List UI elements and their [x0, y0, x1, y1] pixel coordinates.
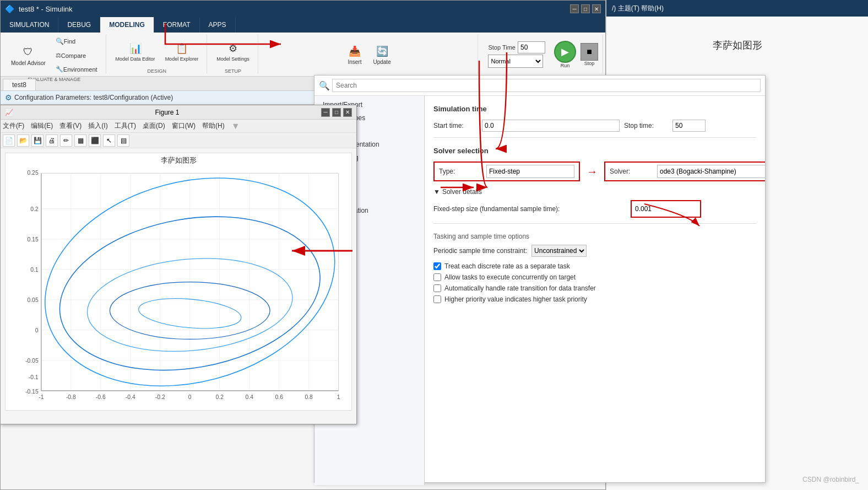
menu-file[interactable]: 文件(F) — [3, 121, 24, 131]
checkbox-row-0: Treat each discrete rate as a separate t… — [433, 262, 756, 270]
config-main: Simulation time Start time: Stop time: S… — [425, 96, 765, 485]
svg-text:-0.4: -0.4 — [126, 394, 135, 400]
svg-text:-0.6: -0.6 — [96, 394, 106, 400]
solver-row: Type: → Solver: — [433, 161, 756, 181]
search-input[interactable] — [332, 79, 761, 92]
right-panel-menu: /) 主题(T) 帮助(H) — [612, 4, 664, 13]
solver-details: ▼ Solver details Fixed-step size (fundam… — [433, 188, 756, 218]
find-button[interactable]: 🔍 Find — [52, 35, 101, 48]
tasking-title: Tasking and sample time options — [433, 233, 756, 240]
stop-time-label: Stop Time — [488, 44, 516, 51]
solver-details-label: Solver details — [442, 188, 482, 196]
figure-toolbar: 📄 📂 💾 🖨 ✏ ▦ ⬛ ↖ ▤ — [1, 133, 356, 148]
menu-window[interactable]: 窗口(W) — [172, 121, 196, 131]
print-btn[interactable]: 🖨 — [46, 134, 58, 147]
checkbox-row-1: Allow tasks to execute concurrently on t… — [433, 273, 756, 281]
maximize-button[interactable]: □ — [581, 4, 590, 13]
checkbox-2[interactable] — [433, 284, 441, 292]
tab-format[interactable]: FORMAT — [154, 17, 200, 33]
menu-help[interactable]: 帮助(H) — [202, 121, 225, 131]
open-file-btn[interactable]: 📂 — [17, 134, 29, 147]
stop-button[interactable]: ■ — [581, 43, 598, 61]
tab-simulation[interactable]: SIMULATION — [1, 17, 58, 33]
update-button[interactable]: 🔄 Update — [369, 41, 394, 68]
svg-text:0.6: 0.6 — [275, 394, 283, 400]
layout-btn[interactable]: ⬛ — [89, 134, 101, 147]
model-advisor-button[interactable]: 🛡 Model Advisor — [7, 42, 50, 69]
svg-text:0.15: 0.15 — [27, 236, 38, 243]
fixed-step-label: Fixed-step size (fundamental sample time… — [433, 205, 626, 213]
type-input[interactable] — [486, 165, 574, 178]
title-bar: 🔷 test8 * - Simulink ─ □ ✕ — [1, 1, 605, 17]
cursor-btn[interactable]: ↖ — [103, 134, 115, 147]
design-group: 📊 Model Data Editor 📋 Model Explorer DES… — [107, 35, 208, 74]
run-button[interactable]: ▶ — [554, 41, 576, 63]
model-data-editor-button[interactable]: 📊 Model Data Editor — [112, 38, 159, 64]
figure-minimize-button[interactable]: ─ — [321, 108, 330, 117]
tab-apps[interactable]: APPS — [200, 17, 236, 33]
config-panel: 🔍 Import/Export nd Data Types stics are … — [314, 75, 766, 483]
grid-toggle-btn[interactable]: ▦ — [74, 134, 86, 147]
stop-time-label-config: Stop time: — [624, 122, 668, 130]
model-data-editor-icon: 📊 — [128, 41, 143, 56]
start-time-input[interactable] — [482, 120, 620, 132]
stop-time-input-config[interactable] — [672, 120, 706, 132]
plot-canvas: 0.25 0.2 0.15 0.1 0.05 0 -0.05 -0.1 -0.1… — [6, 168, 351, 408]
figure-window: 📈 Figure 1 ─ □ ✕ 文件(F) 编辑(E) 查看(V) 插入(I)… — [0, 105, 357, 424]
svg-text:-0.05: -0.05 — [25, 358, 39, 364]
menu-view[interactable]: 查看(V) — [59, 121, 82, 131]
normal-select[interactable]: Normal — [488, 55, 543, 68]
fixed-step-input[interactable] — [633, 202, 699, 216]
menu-tools[interactable]: 工具(T) — [115, 121, 136, 131]
minimize-button[interactable]: ─ — [570, 4, 579, 13]
checkbox-label-0: Treat each discrete rate as a separate t… — [444, 262, 570, 270]
insert-button[interactable]: 📥 Insert — [342, 41, 367, 68]
type-label: Type: — [439, 168, 483, 175]
solver-name-input[interactable] — [657, 165, 765, 178]
right-panel-header: /) 主题(T) 帮助(H) — [606, 0, 868, 17]
svg-text:0.25: 0.25 — [27, 170, 38, 176]
new-file-btn[interactable]: 📄 — [3, 134, 15, 147]
svg-text:0: 0 — [35, 327, 39, 333]
table-btn[interactable]: ▤ — [117, 134, 129, 147]
checkbox-0[interactable] — [433, 262, 441, 270]
figure-close-button[interactable]: ✕ — [343, 108, 352, 117]
edit-btn[interactable]: ✏ — [60, 134, 72, 147]
tab-debug[interactable]: DEBUG — [58, 17, 100, 33]
tab-modeling[interactable]: MODELING — [100, 17, 154, 33]
svg-text:0.05: 0.05 — [27, 297, 38, 303]
svg-text:-0.2: -0.2 — [155, 394, 165, 400]
menu-edit[interactable]: 编辑(E) — [31, 121, 53, 131]
stop-time-input[interactable] — [518, 41, 545, 53]
save-btn[interactable]: 💾 — [31, 134, 44, 147]
periodic-label: Periodic sample time constraint: — [433, 247, 527, 255]
simulation-time-row: Start time: Stop time: — [433, 120, 756, 132]
figure-maximize-button[interactable]: □ — [332, 108, 341, 117]
run-section: Stop Time Normal ▶ Run ■ Stop — [479, 35, 603, 74]
solver-type-box: Type: — [433, 161, 580, 181]
model-settings-button[interactable]: ⚙ Model Settings — [213, 38, 253, 64]
compare-button[interactable]: ⚖ Compare — [52, 49, 101, 62]
checkbox-3[interactable] — [433, 295, 441, 303]
checkbox-label-3: Higher priority value indicates higher t… — [444, 295, 587, 303]
menu-insert[interactable]: 插入(I) — [88, 121, 107, 131]
menu-desktop[interactable]: 桌面(D) — [143, 121, 165, 131]
close-button[interactable]: ✕ — [592, 4, 601, 13]
stop-time-section: Stop Time Normal — [484, 39, 550, 70]
checkbox-label-2: Automatically handle rate transition for… — [444, 284, 596, 292]
periodic-select[interactable]: Unconstrained — [531, 245, 587, 257]
fixed-step-input-box — [631, 200, 701, 218]
environment-button[interactable]: 🔧 Environment — [52, 63, 101, 76]
checkbox-row-3: Higher priority value indicates higher t… — [433, 295, 756, 303]
config-body: Import/Export nd Data Types stics are Im… — [314, 96, 765, 485]
solver-label: Solver: — [610, 168, 654, 175]
plot-title: 李萨如图形 — [6, 153, 351, 168]
svg-text:0: 0 — [188, 394, 192, 400]
checkbox-1[interactable] — [433, 273, 441, 281]
checkbox-row-2: Automatically handle rate transition for… — [433, 284, 756, 292]
svg-text:0.2: 0.2 — [216, 394, 224, 400]
insert-icon: 📥 — [347, 44, 362, 59]
model-tab[interactable]: test8 — [3, 79, 36, 90]
model-explorer-button[interactable]: 📋 Model Explorer — [161, 38, 203, 64]
svg-text:1: 1 — [337, 394, 340, 400]
